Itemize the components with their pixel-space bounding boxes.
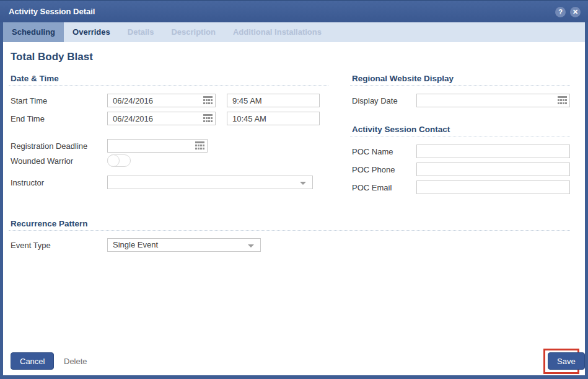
start-date-field[interactable] bbox=[107, 94, 216, 107]
dialog-bottom-border bbox=[0, 375, 588, 379]
close-icon[interactable]: ✕ bbox=[570, 7, 581, 17]
start-time-input[interactable] bbox=[227, 94, 320, 107]
event-type-value: Single Event bbox=[113, 240, 158, 249]
tab-bar: Scheduling Overrides Details Description… bbox=[3, 22, 585, 42]
poc-phone-input[interactable] bbox=[416, 163, 570, 176]
tab-details: Details bbox=[119, 22, 163, 42]
delete-button[interactable]: Delete bbox=[64, 357, 87, 366]
start-date-input[interactable] bbox=[107, 94, 216, 107]
event-type-label: Event Type bbox=[11, 241, 51, 250]
end-date-field[interactable] bbox=[107, 112, 216, 125]
tab-description: Description bbox=[162, 22, 224, 42]
chevron-down-icon bbox=[248, 244, 254, 247]
calendar-icon[interactable] bbox=[203, 96, 213, 104]
poc-email-field[interactable] bbox=[416, 181, 570, 194]
poc-name-label: POC Name bbox=[352, 148, 393, 156]
poc-email-input[interactable] bbox=[416, 181, 570, 194]
display-date-input[interactable] bbox=[416, 94, 570, 107]
end-time-label: End Time bbox=[11, 115, 45, 123]
toggle-knob-icon bbox=[107, 154, 120, 167]
dialog-left-border bbox=[0, 22, 3, 379]
registration-deadline-input[interactable] bbox=[107, 139, 208, 153]
tab-scheduling[interactable]: Scheduling bbox=[3, 22, 64, 42]
instructor-label: Instructor bbox=[11, 179, 44, 187]
activity-session-detail-dialog: Activity Session Detail ? ✕ Scheduling O… bbox=[0, 0, 588, 379]
start-time-field[interactable] bbox=[227, 94, 320, 107]
poc-name-input[interactable] bbox=[416, 145, 570, 158]
divider bbox=[350, 136, 570, 136]
event-type-dropdown[interactable]: Single Event bbox=[107, 238, 261, 252]
section-recurrence-pattern: Recurrence Pattern bbox=[11, 219, 88, 228]
dialog-right-border bbox=[585, 22, 588, 379]
poc-email-label: POC Email bbox=[352, 184, 392, 192]
divider bbox=[9, 85, 328, 86]
dialog-titlebar: Activity Session Detail ? ✕ bbox=[0, 0, 588, 22]
wounded-warrior-label: Wounded Warrior bbox=[11, 157, 73, 166]
end-time-input[interactable] bbox=[227, 112, 320, 125]
chevron-down-icon bbox=[300, 182, 306, 185]
annotation-highlight: Save bbox=[543, 349, 579, 374]
display-date-field[interactable] bbox=[416, 94, 570, 107]
divider bbox=[350, 85, 570, 86]
section-activity-session-contact: Activity Session Contact bbox=[352, 125, 450, 134]
divider bbox=[9, 230, 570, 231]
save-button[interactable]: Save bbox=[548, 352, 585, 370]
dialog-title: Activity Session Detail bbox=[9, 1, 95, 23]
end-date-input[interactable] bbox=[107, 112, 216, 125]
poc-phone-field[interactable] bbox=[416, 163, 570, 176]
poc-name-field[interactable] bbox=[416, 145, 570, 158]
section-regional-website-display: Regional Website Display bbox=[352, 74, 454, 83]
end-time-field[interactable] bbox=[227, 112, 320, 125]
start-time-label: Start Time bbox=[11, 97, 47, 105]
wounded-warrior-toggle[interactable] bbox=[107, 154, 131, 167]
cancel-button[interactable]: Cancel bbox=[11, 352, 54, 370]
registration-deadline-field[interactable] bbox=[107, 139, 208, 153]
tab-overrides[interactable]: Overrides bbox=[64, 22, 119, 42]
calendar-icon[interactable] bbox=[203, 114, 213, 122]
help-icon[interactable]: ? bbox=[555, 7, 566, 17]
tab-additional-installations: Additional Installations bbox=[224, 22, 330, 42]
section-date-time: Date & Time bbox=[11, 74, 59, 83]
instructor-dropdown[interactable] bbox=[107, 176, 313, 189]
calendar-icon[interactable] bbox=[558, 96, 567, 104]
page-title: Total Body Blast bbox=[11, 51, 93, 63]
registration-deadline-label: Registration Deadline bbox=[11, 142, 87, 151]
calendar-icon[interactable] bbox=[195, 141, 204, 149]
poc-phone-label: POC Phone bbox=[352, 166, 395, 174]
display-date-label: Display Date bbox=[352, 97, 398, 105]
